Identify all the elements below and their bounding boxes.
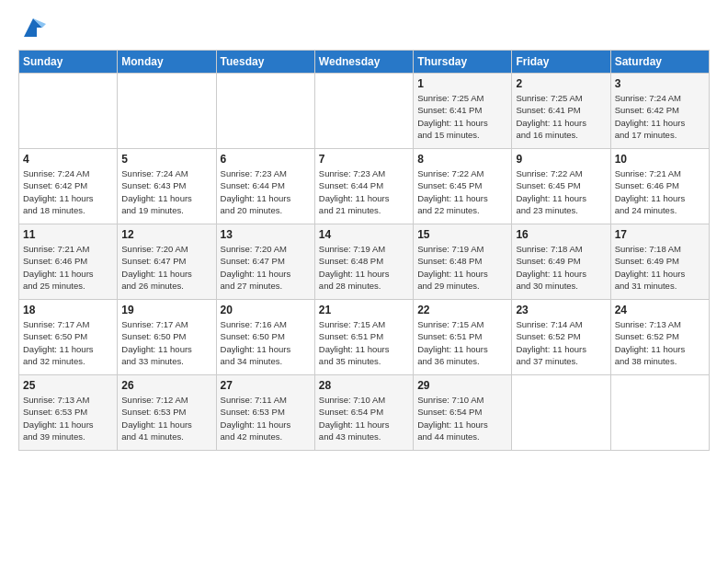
calendar-cell: 4Sunrise: 7:24 AM Sunset: 6:42 PM Daylig… xyxy=(19,149,118,224)
day-number: 1 xyxy=(417,77,507,90)
calendar-cell: 11Sunrise: 7:21 AM Sunset: 6:46 PM Dayli… xyxy=(19,224,118,300)
day-info: Sunrise: 7:25 AM Sunset: 6:41 PM Dayligh… xyxy=(417,92,507,141)
day-number: 13 xyxy=(221,228,311,241)
calendar-cell: 3Sunrise: 7:24 AM Sunset: 6:42 PM Daylig… xyxy=(610,74,709,149)
day-info: Sunrise: 7:13 AM Sunset: 6:53 PM Dayligh… xyxy=(23,394,113,442)
calendar-cell: 26Sunrise: 7:12 AM Sunset: 6:53 PM Dayli… xyxy=(118,375,216,451)
day-info: Sunrise: 7:18 AM Sunset: 6:49 PM Dayligh… xyxy=(516,243,606,292)
header xyxy=(18,15,710,40)
calendar-cell xyxy=(216,74,314,149)
day-number: 17 xyxy=(615,228,705,241)
day-number: 5 xyxy=(121,153,211,166)
day-number: 10 xyxy=(615,153,705,166)
day-info: Sunrise: 7:15 AM Sunset: 6:51 PM Dayligh… xyxy=(417,318,507,367)
day-info: Sunrise: 7:19 AM Sunset: 6:48 PM Dayligh… xyxy=(319,243,409,292)
weekday-header: Sunday xyxy=(19,51,118,74)
day-number: 7 xyxy=(319,153,409,166)
calendar-cell: 5Sunrise: 7:24 AM Sunset: 6:43 PM Daylig… xyxy=(118,149,216,224)
day-info: Sunrise: 7:10 AM Sunset: 6:54 PM Dayligh… xyxy=(417,394,507,442)
page: SundayMondayTuesdayWednesdayThursdayFrid… xyxy=(0,0,728,460)
day-info: Sunrise: 7:20 AM Sunset: 6:47 PM Dayligh… xyxy=(221,243,311,292)
calendar-cell: 6Sunrise: 7:23 AM Sunset: 6:44 PM Daylig… xyxy=(216,149,314,224)
calendar-cell: 22Sunrise: 7:15 AM Sunset: 6:51 PM Dayli… xyxy=(414,300,512,375)
calendar-cell: 29Sunrise: 7:10 AM Sunset: 6:54 PM Dayli… xyxy=(414,375,512,451)
calendar-header: SundayMondayTuesdayWednesdayThursdayFrid… xyxy=(19,51,710,74)
day-info: Sunrise: 7:10 AM Sunset: 6:54 PM Dayligh… xyxy=(319,394,409,442)
day-info: Sunrise: 7:21 AM Sunset: 6:46 PM Dayligh… xyxy=(23,243,113,292)
day-info: Sunrise: 7:24 AM Sunset: 6:43 PM Dayligh… xyxy=(121,167,211,216)
calendar-cell: 18Sunrise: 7:17 AM Sunset: 6:50 PM Dayli… xyxy=(19,300,118,375)
day-number: 29 xyxy=(417,379,507,392)
day-info: Sunrise: 7:17 AM Sunset: 6:50 PM Dayligh… xyxy=(23,318,113,367)
calendar-cell: 28Sunrise: 7:10 AM Sunset: 6:54 PM Dayli… xyxy=(314,375,413,451)
calendar-cell xyxy=(610,375,709,451)
day-info: Sunrise: 7:22 AM Sunset: 6:45 PM Dayligh… xyxy=(516,167,606,216)
calendar-cell xyxy=(314,74,413,149)
calendar-cell: 24Sunrise: 7:13 AM Sunset: 6:52 PM Dayli… xyxy=(610,300,709,375)
calendar-cell: 12Sunrise: 7:20 AM Sunset: 6:47 PM Dayli… xyxy=(118,224,216,300)
day-number: 26 xyxy=(121,379,211,392)
day-number: 22 xyxy=(417,304,507,316)
day-number: 24 xyxy=(615,304,705,316)
logo-icon xyxy=(20,15,46,40)
day-info: Sunrise: 7:13 AM Sunset: 6:52 PM Dayligh… xyxy=(615,318,705,367)
day-number: 14 xyxy=(319,228,409,241)
day-info: Sunrise: 7:15 AM Sunset: 6:51 PM Dayligh… xyxy=(319,318,409,367)
calendar-cell: 10Sunrise: 7:21 AM Sunset: 6:46 PM Dayli… xyxy=(610,149,709,224)
day-number: 3 xyxy=(615,77,705,90)
day-info: Sunrise: 7:17 AM Sunset: 6:50 PM Dayligh… xyxy=(121,318,211,367)
day-number: 8 xyxy=(417,153,507,166)
calendar-cell xyxy=(512,375,610,451)
calendar-cell: 8Sunrise: 7:22 AM Sunset: 6:45 PM Daylig… xyxy=(414,149,512,224)
day-number: 28 xyxy=(319,379,409,392)
logo xyxy=(18,15,46,40)
day-info: Sunrise: 7:16 AM Sunset: 6:50 PM Dayligh… xyxy=(221,318,311,367)
calendar-cell: 20Sunrise: 7:16 AM Sunset: 6:50 PM Dayli… xyxy=(216,300,314,375)
calendar-cell: 7Sunrise: 7:23 AM Sunset: 6:44 PM Daylig… xyxy=(314,149,413,224)
calendar-cell: 2Sunrise: 7:25 AM Sunset: 6:41 PM Daylig… xyxy=(512,74,610,149)
calendar-week-row: 25Sunrise: 7:13 AM Sunset: 6:53 PM Dayli… xyxy=(19,375,710,451)
weekday-header: Tuesday xyxy=(216,51,314,74)
calendar-cell: 17Sunrise: 7:18 AM Sunset: 6:49 PM Dayli… xyxy=(610,224,709,300)
day-number: 9 xyxy=(516,153,606,166)
calendar-table: SundayMondayTuesdayWednesdayThursdayFrid… xyxy=(18,50,710,451)
weekday-header: Saturday xyxy=(610,51,709,74)
day-info: Sunrise: 7:12 AM Sunset: 6:53 PM Dayligh… xyxy=(121,394,211,442)
day-info: Sunrise: 7:19 AM Sunset: 6:48 PM Dayligh… xyxy=(417,243,507,292)
day-info: Sunrise: 7:25 AM Sunset: 6:41 PM Dayligh… xyxy=(516,92,606,141)
weekday-header: Thursday xyxy=(414,51,512,74)
day-info: Sunrise: 7:24 AM Sunset: 6:42 PM Dayligh… xyxy=(23,167,113,216)
weekday-header: Wednesday xyxy=(314,51,413,74)
calendar-week-row: 4Sunrise: 7:24 AM Sunset: 6:42 PM Daylig… xyxy=(19,149,710,224)
day-info: Sunrise: 7:20 AM Sunset: 6:47 PM Dayligh… xyxy=(121,243,211,292)
weekday-header: Friday xyxy=(512,51,610,74)
day-number: 4 xyxy=(23,153,113,166)
calendar-cell: 25Sunrise: 7:13 AM Sunset: 6:53 PM Dayli… xyxy=(19,375,118,451)
day-number: 18 xyxy=(23,304,113,316)
calendar-cell: 19Sunrise: 7:17 AM Sunset: 6:50 PM Dayli… xyxy=(118,300,216,375)
day-info: Sunrise: 7:14 AM Sunset: 6:52 PM Dayligh… xyxy=(516,318,606,367)
calendar-cell: 13Sunrise: 7:20 AM Sunset: 6:47 PM Dayli… xyxy=(216,224,314,300)
day-number: 12 xyxy=(121,228,211,241)
day-number: 11 xyxy=(23,228,113,241)
day-info: Sunrise: 7:23 AM Sunset: 6:44 PM Dayligh… xyxy=(319,167,409,216)
calendar-week-row: 18Sunrise: 7:17 AM Sunset: 6:50 PM Dayli… xyxy=(19,300,710,375)
calendar-cell: 21Sunrise: 7:15 AM Sunset: 6:51 PM Dayli… xyxy=(314,300,413,375)
calendar-cell: 23Sunrise: 7:14 AM Sunset: 6:52 PM Dayli… xyxy=(512,300,610,375)
day-number: 2 xyxy=(516,77,606,90)
day-info: Sunrise: 7:11 AM Sunset: 6:53 PM Dayligh… xyxy=(221,394,311,442)
calendar-week-row: 1Sunrise: 7:25 AM Sunset: 6:41 PM Daylig… xyxy=(19,74,710,149)
calendar-cell: 9Sunrise: 7:22 AM Sunset: 6:45 PM Daylig… xyxy=(512,149,610,224)
day-number: 15 xyxy=(417,228,507,241)
weekday-header: Monday xyxy=(118,51,216,74)
day-info: Sunrise: 7:18 AM Sunset: 6:49 PM Dayligh… xyxy=(615,243,705,292)
calendar-cell xyxy=(19,74,118,149)
calendar-cell xyxy=(118,74,216,149)
calendar-cell: 27Sunrise: 7:11 AM Sunset: 6:53 PM Dayli… xyxy=(216,375,314,451)
day-info: Sunrise: 7:21 AM Sunset: 6:46 PM Dayligh… xyxy=(615,167,705,216)
day-number: 20 xyxy=(221,304,311,316)
day-number: 25 xyxy=(23,379,113,392)
day-info: Sunrise: 7:24 AM Sunset: 6:42 PM Dayligh… xyxy=(615,92,705,141)
calendar-body: 1Sunrise: 7:25 AM Sunset: 6:41 PM Daylig… xyxy=(19,74,710,451)
calendar-cell: 16Sunrise: 7:18 AM Sunset: 6:49 PM Dayli… xyxy=(512,224,610,300)
